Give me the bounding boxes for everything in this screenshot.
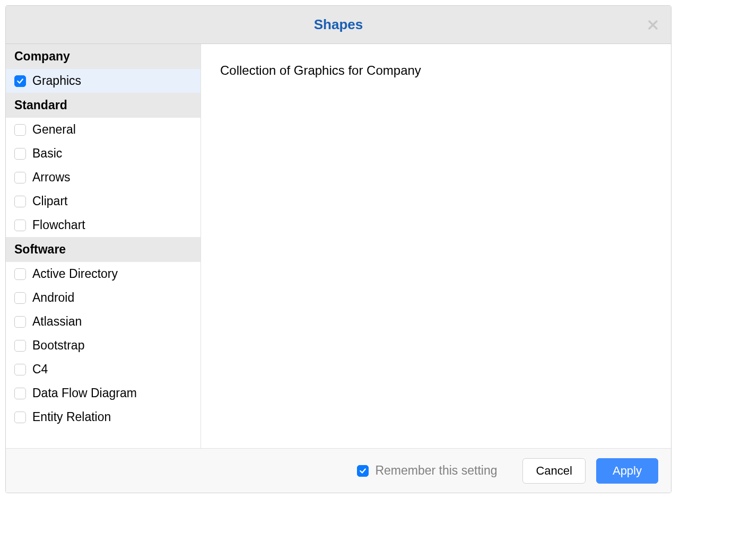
sidebar-category-header: Software: [6, 237, 200, 262]
remember-setting-checkbox[interactable]: [357, 465, 369, 477]
sidebar-item[interactable]: Active Directory: [6, 262, 200, 286]
sidebar-item-label: Entity Relation: [32, 410, 111, 424]
shape-checkbox[interactable]: [14, 196, 26, 207]
content-pane: Collection of Graphics for Company: [201, 44, 671, 448]
shape-library-sidebar[interactable]: CompanyGraphicsStandardGeneralBasicArrow…: [6, 44, 201, 448]
sidebar-item-label: Flowchart: [32, 218, 85, 232]
cancel-button[interactable]: Cancel: [522, 458, 585, 484]
sidebar-item-label: Data Flow Diagram: [32, 386, 137, 400]
sidebar-item[interactable]: Clipart: [6, 189, 200, 213]
sidebar-item-label: General: [32, 122, 76, 137]
sidebar-item-label: Android: [32, 291, 74, 305]
sidebar-item-label: C4: [32, 362, 48, 377]
shape-checkbox[interactable]: [14, 364, 26, 375]
sidebar-item-label: Basic: [32, 146, 62, 161]
shape-checkbox[interactable]: [14, 220, 26, 231]
sidebar-item[interactable]: Data Flow Diagram: [6, 381, 200, 405]
sidebar-item[interactable]: Basic: [6, 142, 200, 165]
close-icon[interactable]: [647, 19, 659, 31]
sidebar-item-label: Atlassian: [32, 314, 82, 329]
apply-button[interactable]: Apply: [596, 458, 658, 484]
sidebar-item-label: Bootstrap: [32, 338, 84, 353]
sidebar-item[interactable]: Android: [6, 286, 200, 310]
shape-checkbox[interactable]: [14, 124, 26, 136]
shape-checkbox[interactable]: [14, 292, 26, 304]
shape-checkbox[interactable]: [14, 412, 26, 423]
sidebar-category-header: Standard: [6, 93, 200, 118]
shapes-dialog: Shapes CompanyGraphicsStandardGeneralBas…: [5, 5, 671, 493]
dialog-title: Shapes: [314, 16, 363, 33]
sidebar-item[interactable]: Atlassian: [6, 310, 200, 334]
sidebar-item[interactable]: General: [6, 118, 200, 142]
dialog-footer: Remember this setting Cancel Apply: [6, 448, 671, 493]
sidebar-item-label: Arrows: [32, 170, 71, 185]
remember-setting-wrap: Remember this setting: [357, 463, 497, 478]
sidebar-item-label: Active Directory: [32, 267, 118, 281]
remember-setting-label: Remember this setting: [375, 463, 497, 478]
sidebar-item[interactable]: Entity Relation: [6, 405, 200, 429]
shape-checkbox[interactable]: [14, 388, 26, 399]
sidebar-item[interactable]: Bootstrap: [6, 334, 200, 357]
shape-checkbox[interactable]: [14, 316, 26, 328]
sidebar-item-label: Graphics: [32, 74, 81, 88]
shape-checkbox[interactable]: [14, 148, 26, 160]
sidebar-item[interactable]: Flowchart: [6, 213, 200, 237]
shape-checkbox[interactable]: [14, 268, 26, 280]
sidebar-item[interactable]: Graphics: [6, 69, 200, 93]
shape-checkbox[interactable]: [14, 75, 26, 87]
sidebar-item[interactable]: C4: [6, 357, 200, 381]
shape-collection-description: Collection of Graphics for Company: [220, 63, 652, 78]
dialog-header: Shapes: [6, 6, 671, 44]
dialog-body: CompanyGraphicsStandardGeneralBasicArrow…: [6, 44, 671, 448]
sidebar-item[interactable]: Arrows: [6, 165, 200, 189]
sidebar-item-label: Clipart: [32, 194, 67, 208]
sidebar-category-header: Company: [6, 44, 200, 69]
shape-checkbox[interactable]: [14, 340, 26, 352]
shape-checkbox[interactable]: [14, 172, 26, 183]
